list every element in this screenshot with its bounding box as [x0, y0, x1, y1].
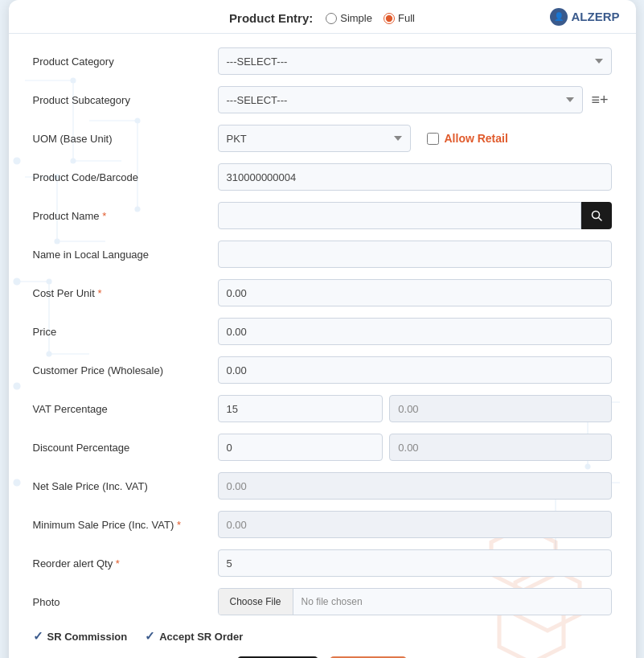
sr-commission-item[interactable]: ✓ SR Commission	[33, 629, 128, 644]
cost-per-unit-row: Cost Per Unit * 0.00	[33, 273, 612, 312]
vat-split: 15 0.00	[218, 395, 612, 422]
photo-row: Photo Choose File No file chosen	[33, 582, 612, 621]
discount-input[interactable]: 0	[218, 434, 384, 461]
product-name-input[interactable]	[218, 202, 581, 229]
product-code-label: Product Code/Barcode	[33, 171, 210, 183]
product-subcategory-row: Product Subcategory ---SELECT--- ≡+	[33, 80, 612, 119]
customer-price-label: Customer Price (Wholesale)	[33, 364, 210, 376]
header: Product Entry: Simple Full 👤 ALZERP	[9, 0, 636, 34]
vat-label: VAT Percentage	[33, 403, 210, 415]
product-name-search-button[interactable]	[581, 202, 612, 229]
allow-retail-label: Allow Retail	[445, 132, 508, 145]
reorder-label: Reorder alert Qty *	[33, 557, 210, 570]
file-input-wrapper: Choose File No file chosen	[218, 588, 612, 615]
simple-mode-option[interactable]: Simple	[326, 12, 372, 24]
choose-file-button[interactable]: Choose File	[219, 589, 293, 615]
price-input[interactable]: 0.00	[218, 318, 612, 345]
product-subcategory-label: Product Subcategory	[33, 94, 210, 106]
product-code-input[interactable]: 310000000004	[218, 163, 612, 191]
discount-label: Discount Percentage	[33, 442, 210, 454]
full-mode-option[interactable]: Full	[384, 12, 415, 24]
sr-commission-check: ✓	[33, 629, 43, 644]
header-title: Product Entry:	[229, 11, 313, 25]
cost-required: *	[97, 287, 101, 299]
accept-sr-label: Accept SR Order	[159, 631, 243, 643]
price-label: Price	[33, 326, 210, 338]
discount-split: 0 0.00	[218, 434, 612, 461]
min-sale-row: Minimum Sale Price (Inc. VAT) * 0.00	[33, 505, 612, 544]
uom-select[interactable]: PKT	[218, 125, 411, 152]
local-name-input[interactable]	[218, 241, 612, 268]
accept-sr-item[interactable]: ✓ Accept SR Order	[145, 629, 243, 644]
reorder-input[interactable]: 5	[218, 549, 612, 577]
reorder-row: Reorder alert Qty * 5	[33, 544, 612, 582]
search-icon	[591, 210, 602, 221]
product-name-label: Product Name *	[33, 210, 210, 222]
product-code-row: Product Code/Barcode 310000000004	[33, 158, 612, 196]
min-sale-label: Minimum Sale Price (Inc. VAT) *	[33, 519, 210, 531]
simple-label: Simple	[340, 12, 372, 24]
form-body: Product Category ---SELECT--- Product Su…	[9, 34, 636, 621]
price-row: Price 0.00	[33, 312, 612, 351]
customer-price-row: Customer Price (Wholesale) 0.00	[33, 351, 612, 389]
logo-icon: 👤	[550, 8, 568, 26]
uom-label: UOM (Base Unit)	[33, 133, 210, 145]
simple-radio[interactable]	[326, 13, 337, 24]
svg-line-35	[598, 218, 601, 221]
vat-row: VAT Percentage 15 0.00	[33, 389, 612, 428]
full-label: Full	[398, 12, 415, 24]
sr-commission-label: SR Commission	[47, 631, 128, 643]
net-sale-label: Net Sale Price (Inc. VAT)	[33, 480, 210, 492]
cost-per-unit-label: Cost Per Unit *	[33, 287, 210, 299]
logo: 👤 ALZERP	[550, 8, 620, 26]
min-sale-required: *	[177, 519, 181, 531]
product-name-row: Product Name *	[33, 196, 612, 235]
subcategory-input-group: ---SELECT--- ≡+	[218, 86, 612, 113]
local-name-row: Name in Local Language	[33, 235, 612, 273]
accept-sr-check: ✓	[145, 629, 155, 644]
logo-text: ALZERP	[572, 10, 620, 23]
discount-row: Discount Percentage 0 0.00	[33, 428, 612, 467]
allow-retail-checkbox[interactable]	[427, 133, 439, 145]
net-sale-row: Net Sale Price (Inc. VAT) 0.00	[33, 467, 612, 505]
product-name-required: *	[102, 210, 106, 222]
vat-calculated: 0.00	[389, 395, 611, 422]
add-subcategory-icon[interactable]: ≡+	[588, 92, 611, 109]
product-name-input-group	[218, 202, 612, 229]
entry-mode-group: Simple Full	[326, 12, 415, 24]
reorder-required: *	[116, 557, 120, 570]
vat-input[interactable]: 15	[218, 395, 384, 422]
action-row: SAVE EXIT	[9, 648, 636, 658]
allow-retail-wrapper: Allow Retail	[427, 132, 531, 145]
discount-calculated: 0.00	[389, 434, 611, 461]
net-sale-input: 0.00	[218, 472, 612, 500]
min-sale-input: 0.00	[218, 511, 612, 538]
local-name-label: Name in Local Language	[33, 249, 210, 261]
checkbox-row: ✓ SR Commission ✓ Accept SR Order	[9, 621, 636, 648]
file-chosen-text: No file chosen	[293, 596, 371, 607]
product-subcategory-select[interactable]: ---SELECT---	[218, 86, 584, 113]
cost-per-unit-input[interactable]: 0.00	[218, 279, 612, 306]
product-category-select[interactable]: ---SELECT---	[218, 47, 612, 75]
full-radio[interactable]	[384, 13, 395, 24]
uom-row: UOM (Base Unit) PKT Allow Retail	[33, 119, 612, 158]
product-category-label: Product Category	[33, 56, 210, 68]
photo-label: Photo	[33, 596, 210, 608]
customer-price-input[interactable]: 0.00	[218, 356, 612, 384]
product-category-row: Product Category ---SELECT---	[33, 42, 612, 80]
